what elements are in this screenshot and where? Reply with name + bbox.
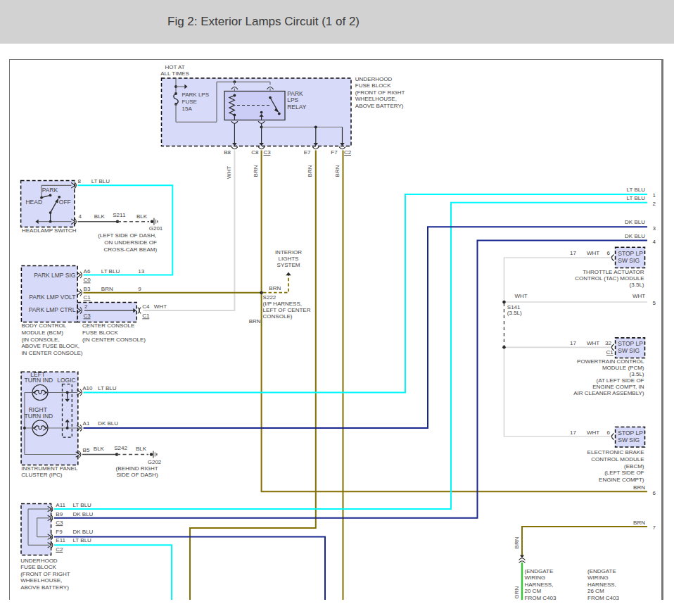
svg-text:SIDE OF DASH): SIDE OF DASH): [116, 472, 158, 478]
svg-text:CENTER CONSOLE: CENTER CONSOLE: [82, 322, 134, 329]
svg-text:C4: C4: [142, 303, 150, 310]
svg-text:LOGIC: LOGIC: [57, 377, 75, 384]
svg-text:4: 4: [79, 213, 82, 220]
svg-text:HOT AT: HOT AT: [165, 64, 184, 70]
svg-text:MODULE (PCM): MODULE (PCM): [602, 365, 644, 371]
svg-text:BRN: BRN: [269, 285, 281, 291]
svg-text:PARK LMP SIG: PARK LMP SIG: [34, 272, 75, 279]
svg-text:PARK: PARK: [42, 187, 58, 194]
svg-text:SW SIG: SW SIG: [618, 436, 640, 444]
svg-text:E11: E11: [56, 537, 65, 543]
svg-text:(I/P HARNESS,: (I/P HARNESS,: [263, 301, 302, 307]
svg-text:(IN CENTER CONSOLE): (IN CENTER CONSOLE): [82, 337, 146, 343]
svg-text:B3: B3: [84, 286, 91, 292]
svg-text:PARK LMP VOLT: PARK LMP VOLT: [29, 294, 75, 301]
svg-text:2: 2: [653, 201, 656, 207]
svg-text:(3.5L): (3.5L): [630, 371, 644, 377]
svg-text:C2: C2: [344, 149, 352, 156]
svg-text:DK BLU: DK BLU: [625, 219, 645, 225]
svg-text:32: 32: [605, 340, 611, 346]
svg-text:BRN: BRN: [249, 318, 261, 325]
svg-text:2: 2: [84, 303, 88, 310]
svg-text:SYSTEM: SYSTEM: [277, 262, 300, 268]
svg-text:TURN IND: TURN IND: [25, 377, 53, 384]
svg-text:17: 17: [570, 250, 576, 256]
svg-text:C2: C2: [56, 546, 63, 553]
svg-text:(IN CONSOLE,: (IN CONSOLE,: [21, 337, 59, 343]
svg-text:20 CM: 20 CM: [525, 588, 542, 594]
svg-text:BRN: BRN: [633, 484, 645, 491]
svg-text:S242: S242: [114, 445, 127, 451]
svg-text:S211: S211: [113, 212, 126, 218]
svg-text:ABOVE BATTERY): ABOVE BATTERY): [355, 103, 404, 109]
svg-text:A11: A11: [56, 502, 65, 508]
svg-text:C1: C1: [142, 313, 150, 319]
svg-text:FUSE BLOCK: FUSE BLOCK: [355, 82, 391, 89]
svg-text:LT BLU: LT BLU: [73, 502, 92, 508]
svg-text:WHT: WHT: [632, 293, 645, 299]
svg-text:FUSE BLOCK: FUSE BLOCK: [82, 329, 118, 336]
svg-text:INSTRUMENT PANEL: INSTRUMENT PANEL: [21, 465, 78, 472]
svg-text:LT BLU: LT BLU: [627, 195, 646, 201]
svg-text:INTERIOR: INTERIOR: [275, 249, 302, 256]
svg-text:TURN IND: TURN IND: [25, 413, 53, 420]
svg-text:DK BLU: DK BLU: [73, 511, 94, 517]
svg-text:DK BLU: DK BLU: [73, 529, 94, 535]
svg-text:1: 1: [653, 192, 656, 199]
svg-text:C1: C1: [84, 294, 91, 301]
svg-text:OFF: OFF: [59, 199, 71, 206]
svg-text:THROTTLE ACTUATOR: THROTTLE ACTUATOR: [583, 269, 644, 275]
svg-text:BLK: BLK: [136, 213, 148, 220]
svg-text:DK BLU: DK BLU: [98, 420, 118, 427]
svg-text:A1: A1: [83, 420, 90, 427]
svg-text:(EBCM): (EBCM): [624, 463, 644, 470]
svg-text:FUSE BLOCK: FUSE BLOCK: [20, 564, 56, 570]
svg-text:(3.5L): (3.5L): [507, 310, 522, 316]
svg-text:AIR CLEANER ASSEMBLY): AIR CLEANER ASSEMBLY): [573, 390, 644, 396]
svg-text:BLK: BLK: [94, 213, 106, 220]
svg-text:BRN: BRN: [307, 165, 313, 177]
svg-text:BRN: BRN: [514, 536, 520, 548]
svg-text:(LEFT SIDE OF: (LEFT SIDE OF: [604, 470, 644, 476]
svg-text:B9: B9: [56, 511, 63, 517]
svg-text:HEAD: HEAD: [25, 199, 42, 206]
svg-text:POWERTRAIN CONTROL: POWERTRAIN CONTROL: [577, 358, 644, 365]
svg-text:BLK: BLK: [94, 446, 105, 452]
svg-text:LT BLU: LT BLU: [98, 385, 117, 391]
svg-text:PARK LMP CTRL: PARK LMP CTRL: [29, 306, 76, 313]
svg-text:7: 7: [653, 524, 656, 531]
svg-text:WHEELHOUSE,: WHEELHOUSE,: [355, 96, 397, 102]
svg-text:WHT: WHT: [587, 250, 599, 256]
svg-text:CROSS-CAR BEAM): CROSS-CAR BEAM): [104, 246, 158, 253]
svg-text:CLUSTER (IPC): CLUSTER (IPC): [21, 472, 63, 478]
svg-text:(ENDGATE: (ENDGATE: [587, 568, 616, 574]
svg-text:WHT: WHT: [514, 293, 527, 299]
svg-text:IN CENTER CONSOLE): IN CENTER CONSOLE): [21, 350, 82, 356]
svg-text:C0: C0: [84, 277, 91, 283]
svg-text:(AT LEFT SIDE OF: (AT LEFT SIDE OF: [596, 377, 644, 384]
svg-text:FROM C403: FROM C403: [525, 595, 557, 600]
svg-text:S222: S222: [263, 294, 276, 301]
svg-text:3: 3: [653, 225, 656, 232]
svg-text:6: 6: [606, 250, 610, 256]
svg-text:ELECTRONIC BRAKE: ELECTRONIC BRAKE: [587, 449, 644, 455]
svg-text:(FRONT OF RIGHT: (FRONT OF RIGHT: [20, 571, 70, 577]
svg-text:BODY CONTROL: BODY CONTROL: [21, 322, 66, 329]
svg-text:WHT: WHT: [587, 340, 599, 346]
svg-text:WIRING: WIRING: [525, 574, 546, 581]
svg-text:15A: 15A: [182, 106, 193, 112]
svg-text:WHT: WHT: [587, 429, 599, 436]
svg-text:LT GRN: LT GRN: [514, 586, 520, 600]
svg-text:6: 6: [653, 490, 656, 496]
svg-text:CONSOLE): CONSOLE): [263, 313, 293, 320]
svg-text:CONTROL (TAC) MODULE: CONTROL (TAC) MODULE: [575, 275, 644, 282]
svg-text:8: 8: [77, 178, 81, 184]
svg-text:STOP LP: STOP LP: [618, 340, 643, 347]
svg-text:B5: B5: [83, 447, 90, 453]
svg-text:C3: C3: [56, 520, 63, 526]
svg-text:C3: C3: [84, 313, 91, 319]
svg-text:LIGHTS: LIGHTS: [279, 256, 299, 262]
svg-text:F9: F9: [56, 529, 63, 535]
svg-text:BLK: BLK: [136, 446, 147, 452]
svg-text:BRN: BRN: [633, 520, 645, 526]
